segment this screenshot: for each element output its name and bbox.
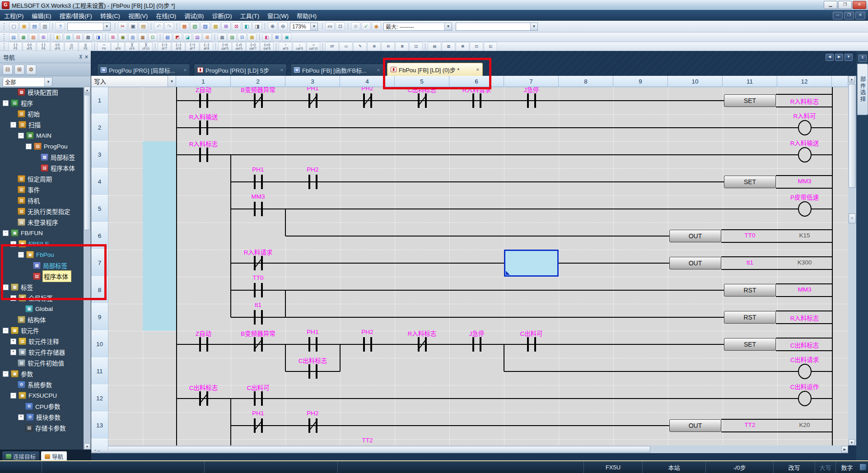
toolbar-icon[interactable]: ▤	[193, 33, 202, 41]
tree-item-standby[interactable]: ▥待机	[0, 195, 84, 206]
open-contact[interactable]	[308, 337, 310, 352]
watch-start-icon[interactable]: ⊡	[336, 22, 345, 31]
row-number-8[interactable]: 8	[91, 277, 108, 304]
convert-all-icon[interactable]: ▨	[201, 22, 210, 31]
restore-button[interactable]: ❐	[838, 1, 852, 9]
tree-item-fbpou[interactable]: -▣FbPou	[0, 249, 84, 260]
tree-collapse-icon[interactable]: ⊟	[3, 65, 13, 74]
scroll-right-icon[interactable]: ▶	[841, 446, 848, 453]
find-combo[interactable]: ▼	[456, 23, 538, 31]
toolbar-icon[interactable]: ▤	[9, 33, 18, 41]
falling-pulse-close-button[interactable]: ┤↓/├saF6	[232, 42, 246, 51]
chevron-down-icon[interactable]: ▼	[530, 23, 537, 30]
open-contact[interactable]	[254, 391, 256, 406]
scroll-up-icon[interactable]: ▲	[84, 87, 90, 93]
open-contact[interactable]	[363, 337, 365, 352]
pulse-result-rising-button[interactable]: ↓caF5	[293, 42, 306, 51]
cut-icon[interactable]: ✂	[118, 22, 127, 31]
expand-icon[interactable]: +	[10, 349, 16, 355]
open-contact[interactable]	[199, 93, 201, 108]
zoom-out-icon[interactable]: ⊖	[278, 22, 288, 31]
tree-item-fbpou-local-label[interactable]: ▦局部标签	[0, 260, 84, 271]
output-coil[interactable]	[798, 120, 812, 135]
open-contact[interactable]	[534, 93, 536, 108]
tree-item-label[interactable]: -▦标签	[0, 282, 84, 292]
mode-dropdown[interactable]: 写入▼	[91, 76, 176, 87]
toolbar-icon[interactable]: ▧	[29, 33, 38, 41]
paste-icon[interactable]: ▤	[139, 22, 148, 31]
tree-item-no-execution-type[interactable]: ▥无执行类型指定	[0, 206, 84, 217]
tree-item-progpou-program-body[interactable]: ▤程序本体	[0, 162, 84, 173]
chevron-down-icon[interactable]: ▼	[444, 23, 452, 30]
rising-pulse-button[interactable]: ┤↑├sF7	[158, 42, 171, 51]
open-contact[interactable]	[316, 175, 317, 189]
out-instruction-block[interactable]: OUT	[669, 257, 721, 269]
redo-icon[interactable]: ↷	[164, 22, 174, 31]
open-contact[interactable]	[199, 337, 201, 352]
open-contact[interactable]	[527, 93, 529, 108]
collapse-icon[interactable]: -	[10, 122, 16, 128]
toolbar-icon[interactable]: ⊞	[203, 33, 212, 41]
open-contact[interactable]	[480, 93, 481, 108]
toolbar-icon[interactable]: ⊠	[272, 33, 281, 41]
tree-item-system-parameter[interactable]: ⚙系统参数	[0, 379, 84, 390]
tree-item-cpu-parameter[interactable]: ⚙CPU参数	[0, 401, 84, 412]
scrollbar-thumb[interactable]	[849, 84, 856, 188]
scroll-down-icon[interactable]: ▼	[84, 443, 90, 450]
menu-item[interactable]: 诊断(D)	[208, 10, 236, 21]
tree-item-device-initial-value[interactable]: ▧软元件初始值	[0, 357, 84, 368]
toolbar-icon[interactable]: ▩	[247, 33, 257, 41]
element-selection-tab[interactable]: 部件选择	[857, 64, 868, 115]
collapse-icon[interactable]: -	[3, 284, 9, 290]
row-number-2[interactable]: 2	[91, 114, 108, 141]
row-number-4[interactable]: 4	[91, 168, 108, 195]
fb-paste-button[interactable]: ▭	[339, 42, 353, 51]
expand-icon[interactable]: +	[18, 414, 24, 420]
open-contact[interactable]	[261, 202, 263, 216]
tree-item-fb-fun[interactable]: -▣FB/FUN	[0, 227, 84, 238]
tree-item-main[interactable]: -▩MAIN	[0, 130, 84, 141]
tree-item-parameter[interactable]: -▣参数	[0, 368, 84, 379]
open-contact[interactable]	[261, 283, 263, 297]
open-contact[interactable]	[254, 202, 256, 216]
tree-expand-icon[interactable]: ⊞	[14, 65, 24, 74]
menu-item[interactable]: 工程(P)	[0, 10, 28, 21]
insert-row-button[interactable]: ⊞	[367, 42, 381, 51]
rising-pulse-close-button[interactable]: ┤↑/├saF5	[218, 42, 232, 51]
row-number-3[interactable]: 3	[91, 141, 108, 168]
menu-item[interactable]: 视图(V)	[124, 10, 152, 21]
menu-item[interactable]: 在线(O)	[152, 10, 180, 21]
statement-button[interactable]: ≣	[395, 42, 409, 51]
rst-instruction-block[interactable]: RST	[724, 311, 776, 324]
tab-progpou-ld[interactable]: ▮ProgPou [PRG] [LD] 5步×	[194, 64, 287, 76]
st-inline-button[interactable]: ST	[325, 42, 339, 51]
tree-item-global[interactable]: ▦Global	[0, 303, 84, 314]
collapse-icon[interactable]: -	[26, 144, 32, 149]
scrollbar-thumb[interactable]	[84, 95, 90, 230]
open-contact[interactable]	[199, 148, 201, 162]
open-contact[interactable]	[308, 175, 310, 189]
open-contact[interactable]	[206, 337, 208, 352]
scroll-down-icon[interactable]: ▼	[849, 439, 855, 445]
tree-item-device-memory[interactable]: +▦软元件存储器	[0, 347, 84, 357]
open-contact[interactable]	[472, 337, 474, 352]
project-combo[interactable]: ▼	[67, 23, 111, 31]
tree-item-structure[interactable]: ▧结构体	[0, 314, 84, 325]
delete-row-button[interactable]: ⊟	[381, 42, 395, 51]
toolbar-icon[interactable]: ▣	[118, 33, 127, 41]
pulse-result-falling-button[interactable]: ⌐caF10	[307, 42, 320, 51]
chevron-down-icon[interactable]: ▼	[44, 78, 52, 86]
toolbar-icon[interactable]: ▦	[19, 33, 28, 41]
mdi-minimize-button[interactable]: ─	[833, 12, 843, 19]
cross-reference-icon[interactable]: ⊠	[232, 22, 241, 31]
open-contact[interactable]	[254, 310, 256, 325]
menu-item[interactable]: 工具(T)	[236, 10, 263, 21]
menu-item[interactable]: 转换(C)	[96, 10, 124, 21]
toolbar-icon[interactable]: ◪	[183, 33, 192, 41]
menu-item[interactable]: 搜索/替换(F)	[56, 10, 96, 21]
tree-item-global-label[interactable]: -▦全局标签	[0, 292, 84, 303]
collapse-icon[interactable]: -	[3, 328, 9, 334]
tab-fbpou-fb-label[interactable]: ▦FbPou [FB] [函数/FB标...×	[290, 64, 383, 76]
open-contact[interactable]	[480, 337, 481, 352]
tab-close-icon[interactable]: ×	[377, 67, 380, 73]
